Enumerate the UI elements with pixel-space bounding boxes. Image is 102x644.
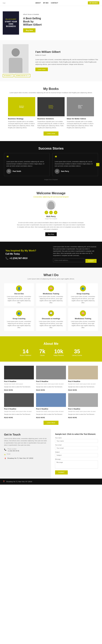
- footer: 📍 Broadway No 72, New York, NY 10018: [0, 478, 102, 484]
- twitter-icon[interactable]: t: [49, 211, 53, 214]
- what-icon-2: 🧠: [48, 286, 54, 292]
- what-icon-4: 👥: [16, 310, 22, 316]
- stat-readers-label: Happy Readers: [53, 354, 64, 356]
- form-message-label: Message: [55, 458, 98, 460]
- call-phone-wrap: 📞 +1 (234) 567-8910: [5, 257, 49, 260]
- author-text: I'am William Gilbert Author & Coach Lore…: [31, 50, 99, 71]
- download-cv-button[interactable]: DOWNLOAD MY CV ↗: [14, 74, 30, 77]
- story-author-2: SP Sam Perry: [55, 169, 96, 174]
- author-name-1: Paul Smith: [13, 170, 21, 172]
- stat-books: 14 Books Published: [20, 348, 31, 356]
- call-left: You Inspired By My Work? Call Me Today 📞…: [5, 249, 49, 260]
- what-card-3-desc: Lorem ipsum dolor sit amet, consectetur …: [70, 296, 96, 304]
- learn-more-button[interactable]: Learn more: [35, 68, 48, 71]
- story-author-1: PS Paul Smith: [6, 169, 47, 174]
- blog-post-5: Post 5 Headline Sample text small, lorem…: [36, 366, 66, 391]
- what-card-6-desc: Lorem ipsum dolor sit amet, consectetur …: [70, 320, 96, 329]
- form-name-label: Your name: [55, 437, 98, 439]
- call-submit-button[interactable]: SUBMIT: [85, 259, 97, 263]
- author-section: MY BOOKS ↗ DOWNLOAD MY CV ↗ I'am William…: [0, 40, 102, 82]
- my-books-button[interactable]: MY BOOKS ↗: [3, 74, 13, 77]
- form-subject-input[interactable]: [55, 453, 98, 457]
- form-name-input[interactable]: [55, 439, 98, 443]
- form-message-textarea[interactable]: [55, 460, 98, 468]
- book-1-title: Business Strategy: [8, 118, 35, 120]
- stat-events-number: 35: [72, 348, 82, 354]
- blog-4-meta: Sample text small, lorem ipsum: [4, 383, 34, 385]
- blog-1-read-more[interactable]: READ MORE: [68, 417, 77, 418]
- facebook-icon[interactable]: f: [45, 211, 48, 214]
- blog-4-title: Post 4 Headline: [4, 380, 34, 382]
- my-books-section: My Books Lorem ipsum dolor sit amet, con…: [0, 82, 102, 141]
- blog-post-4: Post 4 Headline Sample text small, lorem…: [4, 366, 34, 391]
- what-card-6: 🧠 Mindfulness Training Lorem ipsum dolor…: [68, 308, 98, 331]
- contact-email-wrap: ✉ Email:: [4, 453, 47, 456]
- nav-contact[interactable]: CONTACT: [51, 2, 58, 4]
- contact-title: Get In Touch: [4, 433, 47, 436]
- contact-left: Get In Touch Lorem sit nisi ultrices ame…: [0, 429, 51, 478]
- map-contact-icon: 📍: [4, 458, 6, 460]
- blog-learn-more-button[interactable]: Learn More: [44, 421, 58, 425]
- nick-name: Nick Perry: [4, 215, 98, 218]
- what-card-6-title: Mindfulness Training: [70, 318, 96, 320]
- story-text-1: Lorem ipsum dolor sit amet, consectetur …: [6, 160, 47, 167]
- what-card-3: 👥 Group Coaching Lorem ipsum dolor sit a…: [68, 283, 98, 306]
- call-subheading: Call Me Today: [5, 253, 49, 255]
- book-2-img-text: ForwardBusinessStrategy: [49, 105, 53, 108]
- author-name-2: Sam Perry: [61, 170, 69, 172]
- what-icon-3: 👥: [80, 286, 86, 292]
- blog-5-meta: Sample text small, lorem ipsum dolor sit…: [36, 383, 66, 385]
- blog-post-6: Post 4 Headline Sample text small, lorem…: [68, 366, 98, 391]
- blog-post-2: Post 2 Headline Sample text small, lorem…: [36, 393, 66, 418]
- contact-text: Lorem sit nisi ultrices amet, consectetu…: [4, 438, 47, 446]
- blog-row-2: Post 3 Headline Sample text small, lorem…: [4, 393, 98, 418]
- what-card-2: 🧠 Mindfulness Training Lorem ipsum dolor…: [36, 283, 66, 306]
- what-grid: 👤 One-on-One Lorem ipsum dolor sit amet,…: [4, 283, 98, 331]
- stories-grid: ❝ Lorem ipsum dolor sit amet, consectetu…: [4, 153, 98, 176]
- story-next-icon[interactable]: ›: [96, 163, 100, 166]
- blog-2-read-more[interactable]: READ MORE: [36, 417, 45, 418]
- book-card-3: Ideas forBetterAdvice Ideas for Better A…: [67, 97, 94, 129]
- book-3-title: Ideas for Better Advice: [67, 118, 94, 120]
- welcome-text: Ut enim ad minim veniam, quis nostrud ex…: [17, 222, 85, 230]
- nav-bio[interactable]: MY BIO: [43, 2, 49, 4]
- success-section: Success Stories ❝ Lorem ipsum dolor sit …: [0, 141, 102, 186]
- book-title-text: START YOUR OWN BUSINESS: [4, 20, 18, 27]
- form-subject-field: Subject: [55, 451, 98, 457]
- nav-books-button[interactable]: MY BOOKS: [88, 1, 99, 4]
- blog-1-meta: Sample text small, lorem ipsum dolor sit…: [68, 410, 98, 412]
- book-3-img-text: Ideas forBetterAdvice: [78, 105, 83, 108]
- call-section: You Inspired By My Work? Call Me Today 📞…: [0, 242, 102, 268]
- hero-buy-button[interactable]: Buy Now: [23, 28, 36, 32]
- book-card-2: ForwardBusinessStrategy Business Solutio…: [37, 97, 65, 129]
- blog-6-read-more[interactable]: READ MORE: [68, 390, 77, 391]
- book-3-desc: Suspendisse vulputate ante in est sodale…: [67, 120, 94, 129]
- blog-5-read-more[interactable]: READ MORE: [36, 390, 45, 391]
- footer-address: Broadway No 72, New York, NY 10018: [6, 481, 32, 482]
- book-1-img: BusinessStrategy: [8, 97, 35, 116]
- blog-3-read-more[interactable]: READ MORE: [4, 417, 13, 418]
- quote-mark-2: ❝: [55, 156, 96, 160]
- nick-photo: [46, 200, 56, 210]
- welcome-buy-button[interactable]: Buy Now: [45, 232, 57, 236]
- author-avatar-1: PS: [6, 169, 11, 174]
- learn-more-books-button[interactable]: Learn more: [44, 132, 58, 136]
- what-do-title: What I Do: [4, 273, 98, 277]
- blog-post-3: Post 3 Headline Sample text small, lorem…: [4, 393, 34, 418]
- stat-readers: 10k Happy Readers: [53, 348, 64, 356]
- author-btns: MY BOOKS ↗ DOWNLOAD MY CV ↗: [3, 74, 31, 77]
- blog-4-desc: Sample text click to select the Text Ele…: [4, 386, 34, 388]
- contact-submit-button[interactable]: SUBMIT: [55, 470, 68, 474]
- what-card-3-title: Group Coaching: [70, 293, 96, 295]
- phone-number: +1 (234) 567-8910: [9, 257, 27, 260]
- linkedin-icon[interactable]: in: [54, 211, 57, 214]
- email-label: Email:: [7, 453, 11, 455]
- book-card-1: BusinessStrategy Business Strategy Suspe…: [8, 97, 35, 129]
- book-1-img-text: BusinessStrategy: [19, 106, 24, 108]
- call-email-input[interactable]: [53, 258, 84, 262]
- author-name: I'am William Gilbert: [35, 50, 99, 54]
- blog-4-read-more[interactable]: READ MORE: [4, 390, 13, 391]
- form-email-input[interactable]: [55, 446, 98, 450]
- nav-about[interactable]: ABOUT: [35, 2, 41, 4]
- form-email-field: Your email: [55, 444, 98, 450]
